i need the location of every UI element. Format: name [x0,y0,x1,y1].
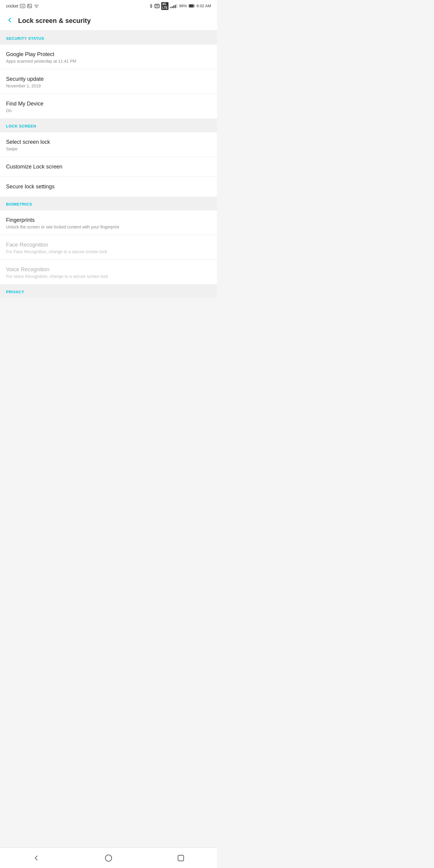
status-left: cricket [6,4,39,8]
main-content: SECURITY STATUSGoogle Play ProtectApps s… [0,31,217,322]
setting-item-customize-lock-screen[interactable]: Customize Lock screen [0,157,217,177]
battery-icon [189,4,195,8]
svg-point-9 [36,7,37,8]
lte-badge: 4GLTE [161,2,168,10]
status-bar: cricket N 4 [0,0,217,11]
section-label-security-status: SECURITY STATUS [6,36,44,41]
setting-subtitle-security-update: November 1, 2018 [6,84,211,88]
section-label-lock-screen: LOCK SCREEN [6,124,36,128]
image-icon [27,4,32,8]
setting-title-voice-recognition: Voice Recognition [6,267,211,273]
bluetooth-icon [149,4,153,8]
section-items-lock-screen: Select screen lockSwipeCustomize Lock sc… [0,132,217,196]
section-label-biometrics: BIOMETRICS [6,202,32,207]
status-right: N 4GLTE 98% 6:02 AM [149,2,211,10]
setting-title-google-play-protect: Google Play Protect [6,51,211,58]
setting-title-customize-lock-screen: Customize Lock screen [6,164,211,170]
svg-rect-12 [189,4,193,7]
setting-item-select-screen-lock[interactable]: Select screen lockSwipe [0,132,217,157]
wifi-icon [34,4,39,8]
setting-item-voice-recognition: Voice RecognitionFor Voice Recognition, … [0,260,217,284]
setting-item-secure-lock-settings[interactable]: Secure lock settings [0,177,217,196]
svg-rect-11 [194,5,195,7]
keyboard-icon [20,4,25,8]
page-header: Lock screen & security [0,11,217,31]
section-label-privacy: PRIVACY [6,290,24,294]
setting-title-security-update: Security update [6,76,211,82]
carrier-label: cricket [6,4,18,8]
setting-subtitle-google-play-protect: Apps scanned yesterday at 11:41 PM [6,59,211,64]
setting-item-find-my-device[interactable]: Find My DeviceOn [0,94,217,119]
back-button[interactable] [6,17,13,25]
setting-title-select-screen-lock: Select screen lock [6,139,211,145]
setting-title-fingerprints: Fingerprints [6,217,211,223]
time-display: 6:02 AM [196,4,211,8]
section-items-biometrics: FingerprintsUnlock the screen or see loc… [0,210,217,284]
page-title: Lock screen & security [18,17,91,25]
setting-title-find-my-device: Find My Device [6,101,211,107]
section-header-security-status: SECURITY STATUS [0,31,217,44]
setting-title-face-recognition: Face Recognition [6,242,211,248]
section-header-privacy: PRIVACY [0,284,217,298]
battery-percentage: 98% [179,4,187,8]
setting-subtitle-select-screen-lock: Swipe [6,147,211,151]
setting-item-security-update[interactable]: Security updateNovember 1, 2018 [0,69,217,94]
setting-subtitle-face-recognition: For Face Recognition, change to a secure… [6,249,211,254]
setting-subtitle-fingerprints: Unlock the screen or see locked content … [6,224,211,229]
setting-subtitle-find-my-device: On [6,108,211,113]
section-items-security-status: Google Play ProtectApps scanned yesterda… [0,44,217,119]
section-header-biometrics: BIOMETRICS [0,196,217,210]
svg-rect-0 [20,4,25,8]
signal-icon [170,4,177,8]
svg-rect-7 [27,4,32,8]
section-header-lock-screen: LOCK SCREEN [0,119,217,132]
setting-item-fingerprints[interactable]: FingerprintsUnlock the screen or see loc… [0,210,217,235]
nfc-icon: N [155,4,159,8]
setting-item-google-play-protect[interactable]: Google Play ProtectApps scanned yesterda… [0,44,217,69]
setting-subtitle-voice-recognition: For Voice Recognition, change to a secur… [6,274,211,279]
setting-item-face-recognition: Face RecognitionFor Face Recognition, ch… [0,235,217,260]
setting-title-secure-lock-settings: Secure lock settings [6,184,211,190]
